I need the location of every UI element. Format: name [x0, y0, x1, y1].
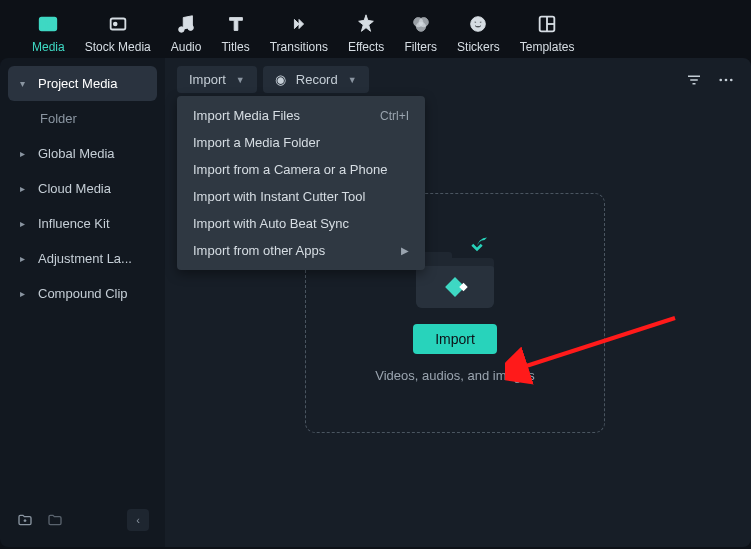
- add-folder-icon[interactable]: [16, 511, 34, 529]
- content-area: Import ▼ ◉ Record ▼ Import Media Files C…: [165, 58, 751, 547]
- chevron-right-icon: ▸: [20, 253, 30, 264]
- svg-point-21: [730, 78, 733, 81]
- chevron-right-icon: ▸: [20, 183, 30, 194]
- chevron-right-icon: ▸: [20, 288, 30, 299]
- titles-icon: [224, 12, 248, 36]
- svg-rect-1: [110, 19, 125, 30]
- import-dropdown-button[interactable]: Import ▼: [177, 66, 257, 93]
- sidebar-item-cloud-media[interactable]: ▸ Cloud Media: [8, 171, 157, 206]
- tab-transitions-label: Transitions: [270, 40, 328, 54]
- menu-label: Import Media Files: [193, 108, 300, 123]
- tab-templates[interactable]: Templates: [512, 8, 583, 58]
- svg-point-2: [114, 23, 117, 26]
- svg-point-7: [416, 22, 425, 31]
- collapse-sidebar-button[interactable]: ‹: [127, 509, 149, 531]
- submenu-indicator-icon: ▶: [401, 245, 409, 256]
- svg-point-9: [475, 21, 477, 23]
- menu-import-other-apps[interactable]: Import from other Apps ▶: [177, 237, 425, 264]
- sidebar-label: Influence Kit: [38, 216, 110, 231]
- chevron-down-icon: ▼: [348, 75, 357, 85]
- media-icon: [36, 12, 60, 36]
- tab-effects-label: Effects: [348, 40, 384, 54]
- tab-media[interactable]: Media: [24, 8, 73, 58]
- import-button[interactable]: Import: [413, 324, 497, 354]
- menu-import-media-files[interactable]: Import Media Files Ctrl+I: [177, 102, 425, 129]
- sidebar-label: Project Media: [38, 76, 117, 91]
- tab-stickers-label: Stickers: [457, 40, 500, 54]
- download-arrow-icon: [462, 230, 492, 260]
- audio-icon: [174, 12, 198, 36]
- menu-label: Import from a Camera or a Phone: [193, 162, 387, 177]
- tab-titles[interactable]: Titles: [213, 8, 257, 58]
- templates-icon: [535, 12, 559, 36]
- menu-label: Import from other Apps: [193, 243, 325, 258]
- folder-settings-icon[interactable]: [46, 511, 64, 529]
- record-label: Record: [296, 72, 338, 87]
- menu-label: Import with Instant Cutter Tool: [193, 189, 365, 204]
- record-icon: ◉: [275, 72, 286, 87]
- sidebar-item-influence-kit[interactable]: ▸ Influence Kit: [8, 206, 157, 241]
- sidebar-label: Global Media: [38, 146, 115, 161]
- tab-filters[interactable]: Filters: [396, 8, 445, 58]
- top-tab-bar: Media Stock Media Audio Titles Transitio…: [0, 0, 751, 58]
- tab-audio-label: Audio: [171, 40, 202, 54]
- sidebar-item-project-media[interactable]: ▾ Project Media: [8, 66, 157, 101]
- sidebar: ▾ Project Media Folder ▸ Global Media ▸ …: [0, 58, 165, 547]
- menu-import-media-folder[interactable]: Import a Media Folder: [177, 129, 425, 156]
- chevron-right-icon: ▸: [20, 218, 30, 229]
- sidebar-item-compound-clip[interactable]: ▸ Compound Clip: [8, 276, 157, 311]
- sidebar-item-global-media[interactable]: ▸ Global Media: [8, 136, 157, 171]
- sidebar-item-adjustment-layer[interactable]: ▸ Adjustment La...: [8, 241, 157, 276]
- transitions-icon: [287, 12, 311, 36]
- svg-point-8: [471, 17, 486, 32]
- tab-templates-label: Templates: [520, 40, 575, 54]
- dropzone-hint: Videos, audios, and images: [375, 368, 534, 383]
- chevron-right-icon: ▸: [20, 148, 30, 159]
- sidebar-label: Compound Clip: [38, 286, 128, 301]
- record-dropdown-button[interactable]: ◉ Record ▼: [263, 66, 369, 93]
- menu-import-camera-phone[interactable]: Import from a Camera or a Phone: [177, 156, 425, 183]
- sidebar-label: Adjustment La...: [38, 251, 132, 266]
- stickers-icon: [466, 12, 490, 36]
- svg-point-20: [725, 78, 728, 81]
- svg-point-3: [179, 27, 185, 33]
- more-options-icon[interactable]: [713, 67, 739, 93]
- chevron-down-icon: ▼: [236, 75, 245, 85]
- effects-icon: [354, 12, 378, 36]
- import-dropdown-menu: Import Media Files Ctrl+I Import a Media…: [177, 96, 425, 270]
- svg-point-10: [480, 21, 482, 23]
- svg-point-4: [188, 25, 194, 30]
- tab-titles-label: Titles: [221, 40, 249, 54]
- tab-effects[interactable]: Effects: [340, 8, 392, 58]
- tab-audio[interactable]: Audio: [163, 8, 210, 58]
- tab-stickers[interactable]: Stickers: [449, 8, 508, 58]
- sidebar-item-folder[interactable]: Folder: [8, 101, 157, 136]
- menu-import-auto-beat-sync[interactable]: Import with Auto Beat Sync: [177, 210, 425, 237]
- svg-point-19: [719, 78, 722, 81]
- tab-stock-label: Stock Media: [85, 40, 151, 54]
- sidebar-label: Cloud Media: [38, 181, 111, 196]
- filters-icon: [409, 12, 433, 36]
- menu-label: Import with Auto Beat Sync: [193, 216, 349, 231]
- menu-label: Import a Media Folder: [193, 135, 320, 150]
- menu-shortcut: Ctrl+I: [380, 109, 409, 123]
- filter-icon[interactable]: [681, 67, 707, 93]
- tab-transitions[interactable]: Transitions: [262, 8, 336, 58]
- import-label: Import: [189, 72, 226, 87]
- stock-media-icon: [106, 12, 130, 36]
- folder-icon: [416, 244, 494, 308]
- tab-filters-label: Filters: [404, 40, 437, 54]
- menu-import-instant-cutter[interactable]: Import with Instant Cutter Tool: [177, 183, 425, 210]
- tab-stock-media[interactable]: Stock Media: [77, 8, 159, 58]
- tab-media-label: Media: [32, 40, 65, 54]
- chevron-down-icon: ▾: [20, 78, 30, 89]
